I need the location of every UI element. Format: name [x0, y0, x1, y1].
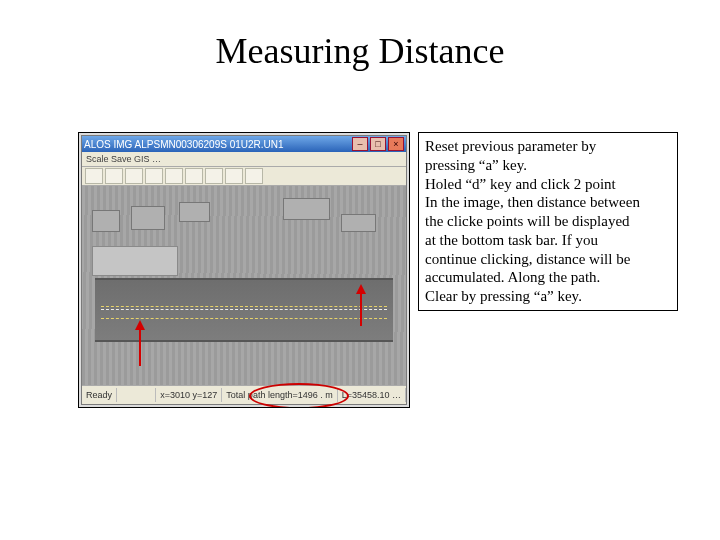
measure-line — [101, 306, 386, 307]
status-spacer — [117, 388, 156, 402]
minimize-button[interactable]: – — [352, 137, 368, 151]
toolbar-button[interactable] — [225, 168, 243, 184]
window-titlebar: ALOS IMG ALPSMN00306209S 01U2R.UN1 – □ × — [82, 136, 406, 152]
status-latlon: L=35458.10 … — [338, 388, 406, 402]
status-bar: Ready x=3010 y=127 Total path length=149… — [82, 385, 406, 404]
image-viewport[interactable] — [82, 186, 406, 386]
toolbar-button[interactable] — [105, 168, 123, 184]
maximize-icon: □ — [375, 139, 380, 149]
instruction-line: accumulated. Along the path. — [425, 268, 671, 287]
instruction-line: pressing “a” key. — [425, 156, 671, 175]
apron-area — [92, 246, 178, 276]
building — [341, 214, 375, 232]
building — [283, 198, 330, 220]
toolbar-button[interactable] — [185, 168, 203, 184]
status-ready: Ready — [82, 388, 117, 402]
menu-bar[interactable]: Scale Save GIS … — [82, 152, 406, 167]
status-pathlength: Total path length=1496 . m — [222, 388, 337, 402]
instruction-line: In the image, then distance between — [425, 193, 671, 212]
instruction-line: continue clicking, distance will be — [425, 250, 671, 269]
slide: Measuring Distance ALOS IMG ALPSMN003062… — [0, 0, 720, 540]
arrow-shaft — [139, 322, 141, 366]
building — [131, 206, 165, 230]
arrow-shaft — [360, 286, 362, 326]
instruction-line: Reset previous parameter by — [425, 137, 671, 156]
close-icon: × — [393, 139, 398, 149]
toolbar-button[interactable] — [125, 168, 143, 184]
instruction-line: the clicke points will be displayed — [425, 212, 671, 231]
slide-title: Measuring Distance — [0, 30, 720, 72]
toolbar-button[interactable] — [85, 168, 103, 184]
close-button[interactable]: × — [388, 137, 404, 151]
window-title: ALOS IMG ALPSMN00306209S 01U2R.UN1 — [84, 139, 284, 150]
toolbar-button[interactable] — [205, 168, 223, 184]
minimize-icon: – — [357, 139, 362, 149]
app-window: ALOS IMG ALPSMN00306209S 01U2R.UN1 – □ ×… — [81, 135, 407, 405]
toolbar-button[interactable] — [145, 168, 163, 184]
building — [92, 210, 120, 232]
maximize-button[interactable]: □ — [370, 137, 386, 151]
instruction-line: Holed “d” key and click 2 point — [425, 175, 671, 194]
menu-items[interactable]: Scale Save GIS … — [86, 154, 161, 164]
app-screenshot: ALOS IMG ALPSMN00306209S 01U2R.UN1 – □ ×… — [78, 132, 410, 408]
building — [179, 202, 210, 222]
measure-line — [101, 318, 386, 319]
instruction-box: Reset previous parameter by pressing “a”… — [418, 132, 678, 311]
status-coords: x=3010 y=127 — [156, 388, 222, 402]
toolbar-button[interactable] — [245, 168, 263, 184]
instruction-line: at the bottom task bar. If you — [425, 231, 671, 250]
toolbar-button[interactable] — [165, 168, 183, 184]
instruction-line: Clear by pressing “a” key. — [425, 287, 671, 306]
toolbar — [82, 167, 406, 186]
